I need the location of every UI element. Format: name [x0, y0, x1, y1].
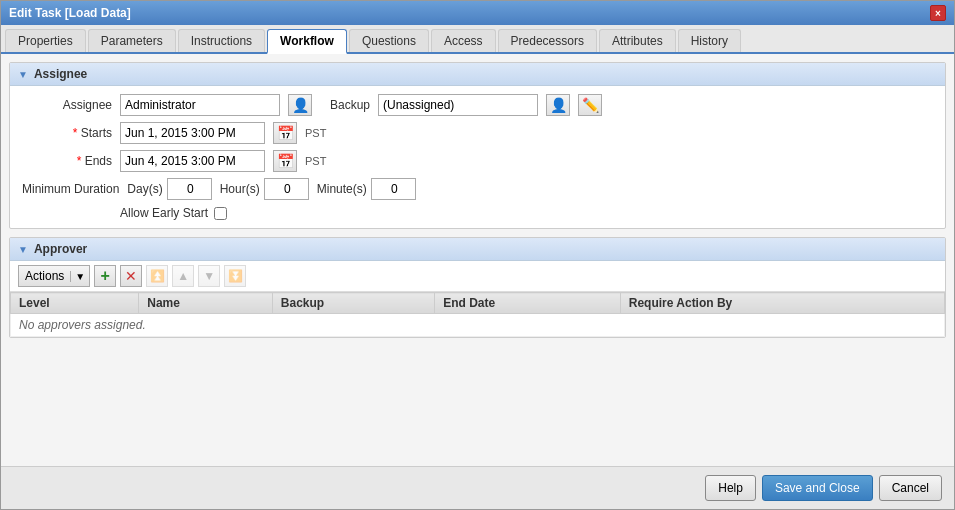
move-up-icon: ▲ [177, 269, 189, 283]
actions-label: Actions [19, 269, 70, 283]
cancel-button[interactable]: Cancel [879, 475, 942, 501]
move-bottom-button[interactable]: ⏬ [224, 265, 246, 287]
delete-icon: ✕ [125, 268, 137, 284]
tab-attributes[interactable]: Attributes [599, 29, 676, 52]
duration-days-group: Day(s) [127, 178, 211, 200]
assignee-section-header: ▼ Assignee [10, 63, 945, 86]
pencil-icon: ✏️ [582, 97, 599, 113]
tab-access[interactable]: Access [431, 29, 496, 52]
backup-people-icon: 👤 [550, 97, 567, 113]
assignee-input[interactable] [120, 94, 280, 116]
ends-input[interactable] [120, 150, 265, 172]
approver-section-header: ▼ Approver [10, 238, 945, 261]
starts-row: Starts 📅 PST [22, 122, 933, 144]
move-down-icon: ▼ [203, 269, 215, 283]
ends-tz: PST [305, 155, 326, 167]
tab-questions[interactable]: Questions [349, 29, 429, 52]
add-icon: + [101, 267, 110, 285]
early-start-label: Allow Early Start [120, 206, 208, 220]
days-label: Day(s) [127, 182, 162, 196]
dialog-title: Edit Task [Load Data] [9, 6, 131, 20]
backup-label: Backup [320, 98, 370, 112]
duration-row: Minimum Duration Day(s) Hour(s) Minute(s… [22, 178, 933, 200]
edit-task-dialog: Edit Task [Load Data] × Properties Param… [0, 0, 955, 510]
col-level: Level [11, 293, 139, 314]
move-top-button[interactable]: ⏫ [146, 265, 168, 287]
tab-properties[interactable]: Properties [5, 29, 86, 52]
duration-label: Minimum Duration [22, 182, 119, 196]
starts-input[interactable] [120, 122, 265, 144]
approver-section: ▼ Approver Actions ▼ + ✕ ⏫ ▲ [9, 237, 946, 338]
hours-input[interactable] [264, 178, 309, 200]
people-icon: 👤 [292, 97, 309, 113]
assignee-picker-button[interactable]: 👤 [288, 94, 312, 116]
tab-bar: Properties Parameters Instructions Workf… [1, 25, 954, 54]
move-bottom-icon: ⏬ [228, 269, 243, 283]
ends-calendar-icon: 📅 [277, 153, 294, 169]
actions-dropdown[interactable]: Actions ▼ [18, 265, 90, 287]
minutes-input[interactable] [371, 178, 416, 200]
assignee-section-body: Assignee 👤 Backup 👤 ✏️ Sta [10, 86, 945, 228]
approver-section-title: Approver [34, 242, 87, 256]
assignee-row: Assignee 👤 Backup 👤 ✏️ [22, 94, 933, 116]
main-content: ▼ Assignee Assignee 👤 Backup 👤 [1, 54, 954, 466]
early-start-checkbox[interactable] [214, 207, 227, 220]
assignee-section: ▼ Assignee Assignee 👤 Backup 👤 [9, 62, 946, 229]
title-bar: Edit Task [Load Data] × [1, 1, 954, 25]
add-approver-button[interactable]: + [94, 265, 116, 287]
assignee-section-title: Assignee [34, 67, 87, 81]
approver-table: Level Name Backup End Date Require Actio… [10, 292, 945, 337]
col-require-action-by: Require Action By [620, 293, 944, 314]
col-end-date: End Date [435, 293, 621, 314]
help-button[interactable]: Help [705, 475, 756, 501]
collapse-icon: ▼ [18, 69, 28, 80]
empty-message: No approvers assigned. [11, 314, 945, 337]
backup-picker-button[interactable]: 👤 [546, 94, 570, 116]
tab-workflow[interactable]: Workflow [267, 29, 347, 54]
ends-row: Ends 📅 PST [22, 150, 933, 172]
move-down-button[interactable]: ▼ [198, 265, 220, 287]
minutes-label: Minute(s) [317, 182, 367, 196]
duration-minutes-group: Minute(s) [317, 178, 416, 200]
move-top-icon: ⏫ [150, 269, 165, 283]
tab-parameters[interactable]: Parameters [88, 29, 176, 52]
starts-tz: PST [305, 127, 326, 139]
starts-label: Starts [22, 126, 112, 140]
days-input[interactable] [167, 178, 212, 200]
actions-bar: Actions ▼ + ✕ ⏫ ▲ ▼ ⏬ [10, 261, 945, 292]
assignee-label: Assignee [22, 98, 112, 112]
approver-table-container: Level Name Backup End Date Require Actio… [10, 292, 945, 337]
tab-history[interactable]: History [678, 29, 741, 52]
starts-calendar-icon: 📅 [277, 125, 294, 141]
ends-calendar-button[interactable]: 📅 [273, 150, 297, 172]
backup-edit-button[interactable]: ✏️ [578, 94, 602, 116]
ends-label: Ends [22, 154, 112, 168]
approver-collapse-icon: ▼ [18, 244, 28, 255]
duration-hours-group: Hour(s) [220, 178, 309, 200]
actions-arrow-icon: ▼ [70, 271, 89, 282]
tab-predecessors[interactable]: Predecessors [498, 29, 597, 52]
starts-calendar-button[interactable]: 📅 [273, 122, 297, 144]
col-name: Name [139, 293, 273, 314]
close-button[interactable]: × [930, 5, 946, 21]
hours-label: Hour(s) [220, 182, 260, 196]
tab-instructions[interactable]: Instructions [178, 29, 265, 52]
col-backup: Backup [272, 293, 434, 314]
early-start-row: Allow Early Start [120, 206, 933, 220]
footer: Help Save and Close Cancel [1, 466, 954, 509]
save-close-button[interactable]: Save and Close [762, 475, 873, 501]
move-up-button[interactable]: ▲ [172, 265, 194, 287]
delete-approver-button[interactable]: ✕ [120, 265, 142, 287]
backup-input[interactable] [378, 94, 538, 116]
